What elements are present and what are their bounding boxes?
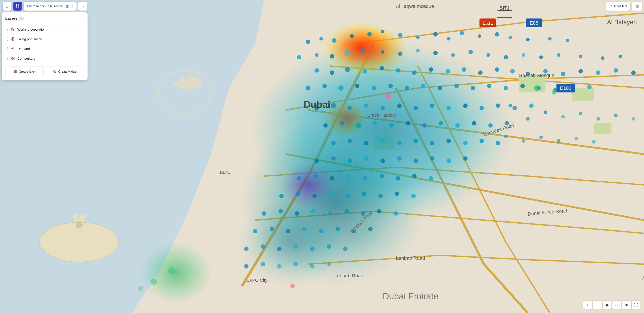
svg-point-248 — [12, 29, 14, 30]
svg-point-199 — [557, 139, 560, 143]
svg-point-19 — [306, 40, 310, 44]
svg-point-72 — [596, 71, 600, 75]
zoom-in-button[interactable]: + — [583, 301, 592, 309]
svg-point-180 — [327, 244, 331, 249]
svg-point-196 — [504, 135, 508, 138]
svg-point-254 — [12, 38, 14, 40]
svg-point-151 — [312, 194, 317, 198]
svg-point-103 — [480, 106, 484, 110]
svg-point-45 — [451, 53, 455, 57]
svg-point-113 — [422, 123, 427, 128]
svg-rect-274 — [53, 72, 54, 73]
location-button[interactable]: ◆ — [603, 301, 612, 309]
geofilters-button[interactable]: Geofilters — [606, 2, 630, 11]
search-button[interactable]: ⌕ — [78, 2, 87, 11]
svg-text:Al Batayeh: Al Batayeh — [607, 19, 637, 26]
svg-rect-238 — [18, 5, 19, 6]
svg-line-262 — [12, 48, 13, 49]
svg-point-169 — [286, 229, 290, 233]
drag-handle-3[interactable] — [5, 47, 8, 51]
svg-point-205 — [168, 267, 175, 274]
svg-point-261 — [13, 49, 14, 50]
screenshot-icon: ▣ — [625, 303, 628, 307]
media-button[interactable]: ▦ — [66, 5, 69, 8]
svg-rect-240 — [18, 7, 19, 8]
map-container[interactable]: Dubai Creek Harbour Dubai Emirate Al Mad… — [0, 0, 644, 313]
drag-handle-4[interactable] — [5, 56, 8, 61]
search-icon: ⌕ — [82, 4, 84, 8]
svg-point-138 — [446, 158, 451, 163]
menu-button[interactable]: ☰ — [3, 2, 12, 11]
svg-point-181 — [343, 246, 348, 251]
logo-button[interactable] — [13, 2, 22, 11]
svg-point-174 — [368, 227, 372, 231]
svg-rect-239 — [16, 7, 18, 8]
svg-rect-269 — [14, 72, 17, 72]
create-widget-button[interactable]: Create widget — [46, 66, 84, 77]
svg-text:Lehbab Road: Lehbab Road — [396, 255, 425, 261]
drag-handle-1[interactable] — [5, 27, 8, 32]
svg-point-105 — [512, 106, 517, 110]
svg-point-21 — [332, 38, 336, 43]
svg-point-35 — [566, 39, 569, 42]
svg-point-121 — [364, 141, 368, 145]
svg-point-41 — [381, 50, 384, 54]
svg-point-158 — [262, 211, 266, 216]
more-button[interactable]: ⋮ — [71, 5, 74, 8]
layer-item-living-population[interactable]: Living population — [2, 34, 88, 44]
svg-point-63 — [446, 69, 450, 74]
svg-point-82 — [421, 84, 425, 88]
create-widget-label: Create widget — [58, 70, 77, 73]
fullscreen-button[interactable]: ⛶ — [632, 301, 640, 309]
svg-point-153 — [345, 194, 350, 198]
layer-item-demand[interactable]: Demand — [2, 44, 88, 54]
layers-toggle-button[interactable] — [632, 2, 642, 11]
svg-point-65 — [478, 71, 482, 75]
drag-handle-2[interactable] — [5, 37, 8, 41]
zoom-in-icon: + — [586, 303, 589, 307]
svg-point-112 — [406, 121, 410, 125]
layer-item-working-population[interactable]: Working population — [2, 25, 88, 34]
svg-point-22 — [350, 34, 354, 38]
3d-button[interactable]: 3D — [612, 301, 621, 309]
svg-point-194 — [614, 114, 618, 117]
svg-point-152 — [328, 191, 333, 196]
svg-point-32 — [508, 36, 512, 39]
svg-rect-268 — [14, 71, 17, 71]
svg-point-184 — [277, 264, 282, 268]
demand-icon — [10, 46, 15, 51]
svg-rect-266 — [11, 59, 12, 60]
svg-point-52 — [579, 55, 582, 58]
svg-point-18 — [282, 163, 334, 207]
svg-point-102 — [463, 103, 468, 108]
svg-point-207 — [138, 286, 144, 291]
svg-point-59 — [380, 66, 384, 71]
svg-point-106 — [529, 103, 534, 108]
svg-text:E102: E102 — [560, 85, 571, 91]
svg-point-167 — [253, 229, 257, 233]
working-population-icon — [10, 27, 15, 32]
close-layers-button[interactable]: × — [78, 16, 84, 22]
create-layer-button[interactable]: Create layer — [5, 66, 44, 77]
svg-point-135 — [397, 156, 402, 161]
svg-point-127 — [463, 141, 468, 145]
svg-point-54 — [618, 55, 622, 58]
svg-point-92 — [587, 85, 592, 89]
svg-point-104 — [496, 103, 500, 108]
svg-point-53 — [601, 56, 604, 60]
svg-point-73 — [614, 68, 618, 73]
svg-rect-267 — [13, 59, 14, 60]
layer-item-competitors[interactable]: Competitors — [2, 54, 88, 63]
svg-point-155 — [378, 194, 383, 198]
svg-point-177 — [277, 246, 282, 251]
zoom-out-button[interactable]: − — [593, 301, 602, 309]
svg-point-48 — [504, 55, 508, 60]
svg-point-202 — [534, 85, 539, 91]
svg-point-165 — [377, 209, 382, 213]
svg-point-176 — [261, 244, 265, 249]
svg-point-38 — [330, 54, 334, 59]
svg-text:Creek Harbour: Creek Harbour — [367, 113, 396, 118]
svg-point-134 — [380, 158, 385, 163]
svg-point-96 — [364, 103, 368, 108]
screenshot-button[interactable]: ▣ — [622, 301, 631, 309]
